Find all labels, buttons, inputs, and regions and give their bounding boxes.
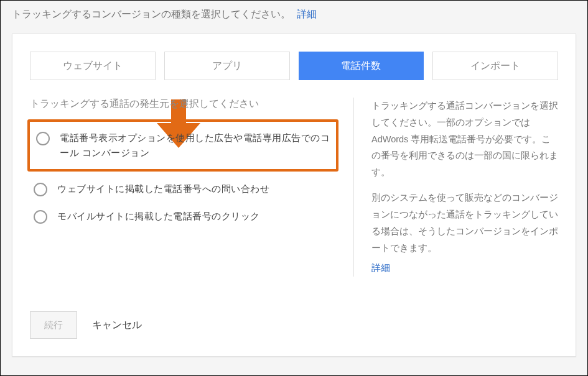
- learn-more-link-header[interactable]: 詳細: [297, 9, 317, 19]
- tab-label: インポート: [470, 60, 520, 73]
- page-title: トラッキングするコンバージョンの種類を選択してください。: [12, 9, 291, 19]
- tab-import[interactable]: インポート: [432, 52, 558, 80]
- tab-website[interactable]: ウェブサイト: [30, 52, 156, 80]
- option-label: モバイルサイトに掲載した電話番号のクリック: [57, 209, 332, 224]
- continue-button[interactable]: 続行: [30, 311, 77, 339]
- cancel-button[interactable]: キャンセル: [92, 319, 142, 332]
- button-label: 続行: [44, 319, 63, 331]
- window: トラッキングするコンバージョンの種類を選択してください。 詳細 ウェブサイト ア…: [0, 0, 588, 376]
- conversion-setup-panel: ウェブサイト アプリ 電話件数 インポート トラッキングする通話の発生元を選択し…: [12, 34, 576, 357]
- option-website-calls[interactable]: ウェブサイトに掲載した電話番号への問い合わせ: [30, 175, 336, 203]
- spacer: [371, 181, 558, 190]
- help-paragraph-2: 別のシステムを使って販売などのコンバージョンにつながった通話をトラッキングしてい…: [371, 190, 558, 256]
- conversion-type-tabs: ウェブサイト アプリ 電話件数 インポート: [12, 34, 576, 80]
- call-source-options: 電話番号表示オプションを使用した広告や電話専用広告でのコール コンバージョン ウ…: [30, 119, 336, 230]
- option-call-extension-ads[interactable]: 電話番号表示オプションを使用した広告や電話専用広告でのコール コンバージョン: [27, 119, 338, 172]
- button-label: キャンセル: [92, 319, 142, 330]
- tab-label: アプリ: [212, 60, 242, 73]
- learn-more-link-sidebar[interactable]: 詳細: [371, 260, 390, 277]
- tab-calls[interactable]: 電話件数: [299, 52, 424, 80]
- section-subtitle: トラッキングする通話の発生元を選択してください: [30, 98, 336, 111]
- radio-icon: [36, 132, 50, 145]
- tab-label: 電話件数: [341, 60, 381, 73]
- radio-icon: [34, 210, 47, 224]
- help-sidebar: トラッキングする通話コンバージョンを選択してください。一部のオプションでは Ad…: [353, 98, 558, 277]
- radio-icon: [34, 183, 47, 196]
- call-source-column: トラッキングする通話の発生元を選択してください 電話番号表示オプションを使用した…: [30, 98, 353, 277]
- option-label: ウェブサイトに掲載した電話番号への問い合わせ: [57, 181, 332, 196]
- option-mobile-clicks[interactable]: モバイルサイトに掲載した電話番号のクリック: [30, 203, 336, 230]
- tab-label: ウェブサイト: [63, 60, 123, 73]
- panel-footer: 続行 キャンセル: [30, 311, 142, 339]
- option-label: 電話番号表示オプションを使用した広告や電話専用広告でのコール コンバージョン: [60, 131, 330, 160]
- help-paragraph-1: トラッキングする通話コンバージョンを選択してください。一部のオプションでは Ad…: [371, 98, 558, 181]
- panel-body: トラッキングする通話の発生元を選択してください 電話番号表示オプションを使用した…: [12, 80, 576, 283]
- tab-app[interactable]: アプリ: [164, 52, 290, 80]
- page-header: トラッキングするコンバージョンの種類を選択してください。 詳細: [1, 1, 587, 27]
